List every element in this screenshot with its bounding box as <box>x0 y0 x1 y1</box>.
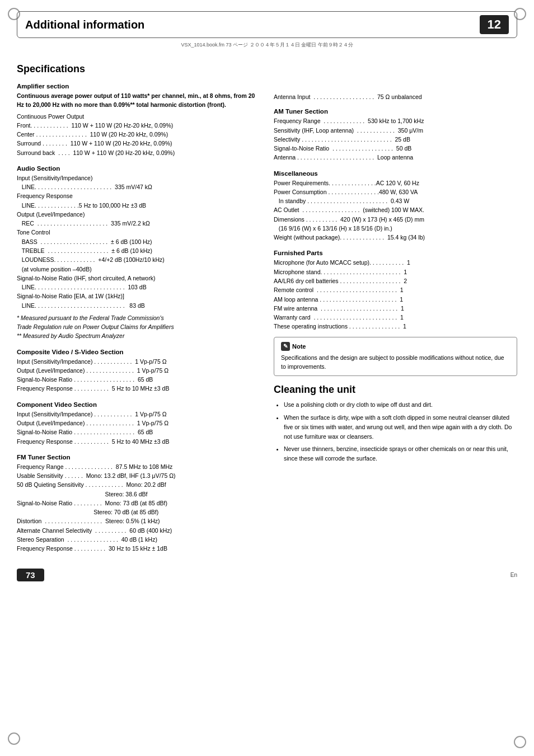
audio-line-1: LINE. . . . . . . . . . . . . . . . . . … <box>17 182 260 191</box>
audio-line-11: Signal-to-Noise Ratio (IHF, short circui… <box>17 274 260 283</box>
corner-br <box>510 732 526 748</box>
chapter-badge: 12 <box>480 15 509 34</box>
fm-line-0: Frequency Range . . . . . . . . . . . . … <box>17 462 260 471</box>
comp-line-2: Signal-to-Noise Ratio . . . . . . . . . … <box>17 375 260 384</box>
furn-line-3: Remote control . . . . . . . . . . . . .… <box>274 285 517 294</box>
antenna-input-line: Antenna Input . . . . . . . . . . . . . … <box>274 92 517 101</box>
audio-heading: Audio Section <box>17 165 260 172</box>
fm-line-1: Usable Sensitivity . . . . . . Mono: 13.… <box>17 471 260 480</box>
cmpnt-line-3: Frequency Response . . . . . . . . . . .… <box>17 437 260 446</box>
col-left: Specifications Amplifier section Continu… <box>17 59 260 553</box>
col-right: Antenna Input . . . . . . . . . . . . . … <box>274 59 517 553</box>
footnote-1: Trade Regulation rule on Power Output Cl… <box>17 322 260 331</box>
audio-line-5: REC . . . . . . . . . . . . . . . . . . … <box>17 219 260 228</box>
component-lines: Input (Sensitivity/Impedance) . . . . . … <box>17 410 260 446</box>
note-box: ✎ Note Specifications and the design are… <box>274 337 517 377</box>
audio-line-4: Output (Level/Impedance) <box>17 210 260 219</box>
furn-line-2: AA/LR6 dry cell batteries . . . . . . . … <box>274 276 517 285</box>
chapter-title: Additional information <box>25 18 144 31</box>
misc-line-0: Power Requirements. . . . . . . . . . . … <box>274 179 517 187</box>
note-title: ✎ Note <box>281 342 510 351</box>
amp-power-4: Surround back . . . . 110 W + 110 W (20 … <box>17 148 260 157</box>
audio-line-9: LOUDNESS. . . . . . . . . . . . . +4/+2 … <box>17 255 260 264</box>
continuous-label: Continuous Power Output <box>17 112 260 121</box>
misc-line-3: AC Outlet . . . . . . . . . . . . . . . … <box>274 205 517 214</box>
furn-line-6: Warranty card . . . . . . . . . . . . . … <box>274 313 517 322</box>
audio-line-12: LINE. . . . . . . . . . . . . . . . . . … <box>17 283 260 292</box>
fm-line-8: Stereo Separation . . . . . . . . . . . … <box>17 535 260 544</box>
fm-line-3: Stereo: 38.6 dBf <box>17 490 260 499</box>
page-number: 73 <box>17 569 44 581</box>
clean-bullet-0: Use a polishing cloth or dry cloth to wi… <box>284 400 517 410</box>
antenna-input-block: Antenna Input . . . . . . . . . . . . . … <box>274 92 517 101</box>
misc-line-6: Weight (without package). . . . . . . . … <box>274 233 517 242</box>
misc-line-2: In standby . . . . . . . . . . . . . . .… <box>274 196 517 205</box>
specs-title: Specifications <box>17 63 260 75</box>
audio-line-8: TREBLE . . . . . . . . . . . . . . . . .… <box>17 246 260 255</box>
fm-line-5: Stereo: 70 dB (at 85 dBf) <box>17 508 260 516</box>
note-icon: ✎ <box>281 342 290 351</box>
furn-line-4: AM loop antenna . . . . . . . . . . . . … <box>274 295 517 304</box>
cmpnt-line-0: Input (Sensitivity/Impedance) . . . . . … <box>17 410 260 419</box>
cmpnt-line-1: Output (Level/Impedance) . . . . . . . .… <box>17 419 260 428</box>
composite-lines: Input (Sensitivity/Impedance) . . . . . … <box>17 357 260 393</box>
furn-line-7: These operating instructions . . . . . .… <box>274 322 517 331</box>
header-bar: Additional information 12 <box>17 11 517 38</box>
misc-line-5: (16 9/16 (W) x 6 13/16 (H) x 18 5/16 (D)… <box>274 224 517 233</box>
furn-line-0: Microphone (for Auto MCACC setup). . . .… <box>274 258 517 267</box>
audio-line-3: LINE. . . . . . . . . . . . . .5 Hz to 1… <box>17 201 260 210</box>
corner-bl <box>8 732 24 748</box>
am-line-0: Frequency Range . . . . . . . . . . . . … <box>274 116 517 125</box>
am-line-3: Signal-to-Noise Ratio . . . . . . . . . … <box>274 144 517 153</box>
note-text: Specifications and the design are subjec… <box>281 353 510 372</box>
am-tuner-heading: AM Tuner Section <box>274 108 517 115</box>
amp-power-1: Front. . . . . . . . . . . . 110 W + 110… <box>17 121 260 130</box>
audio-line-10: (at volume position –40dB) <box>17 265 260 274</box>
furnished-lines: Microphone (for Auto MCACC setup). . . .… <box>274 258 517 331</box>
audio-line-14: LINE. . . . . . . . . . . . . . . . . . … <box>17 301 260 310</box>
furn-line-1: Microphone stand. . . . . . . . . . . . … <box>274 267 517 276</box>
amp-power-3: Surround . . . . . . . . 110 W + 110 W (… <box>17 139 260 148</box>
audio-lines: Input (Sensitivity/Impedance) LINE. . . … <box>17 173 260 310</box>
footer-lang: En <box>510 572 517 578</box>
amplifier-bold-desc: Continuous average power output of 110 w… <box>17 91 260 110</box>
comp-line-1: Output (Level/Impedance) . . . . . . . .… <box>17 366 260 375</box>
component-heading: Component Video Section <box>17 401 260 408</box>
misc-line-1: Power Consumption . . . . . . . . . . . … <box>274 187 517 196</box>
fm-line-2: 50 dB Quieting Sensitivity . . . . . . .… <box>17 480 260 489</box>
main-content: Specifications Amplifier section Continu… <box>17 59 517 553</box>
page: Additional information 12 VSX_1014.book.… <box>0 0 534 756</box>
clean-bullet-2: Never use thinners, benzine, insecticide… <box>284 444 517 463</box>
am-tuner-lines: Frequency Range . . . . . . . . . . . . … <box>274 116 517 162</box>
cleaning-list: Use a polishing cloth or dry cloth to wi… <box>274 400 517 463</box>
fm-tuner-lines: Frequency Range . . . . . . . . . . . . … <box>17 462 260 553</box>
comp-line-3: Frequency Response . . . . . . . . . . .… <box>17 384 260 393</box>
audio-line-6: Tone Control <box>17 228 260 237</box>
furn-line-5: FM wire antenna . . . . . . . . . . . . … <box>274 304 517 313</box>
composite-heading: Composite Video / S-Video Section <box>17 349 260 355</box>
file-info: VSX_1014.book.fm 73 ページ ２００４年５月１４日 金曜日 午… <box>17 41 517 49</box>
furnished-heading: Furnished Parts <box>274 250 517 256</box>
am-line-1: Sensitivity (IHF, Loop antenna) . . . . … <box>274 126 517 135</box>
amplifier-power-lines: Front. . . . . . . . . . . . 110 W + 110… <box>17 121 260 157</box>
misc-lines: Power Requirements. . . . . . . . . . . … <box>274 179 517 242</box>
audio-line-13: Signal-to-Noise Ratio [EIA, at 1W (1kHz)… <box>17 292 260 300</box>
audio-line-2: Frequency Response <box>17 191 260 200</box>
fm-line-9: Frequency Response . . . . . . . . . . 3… <box>17 544 260 553</box>
comp-line-0: Input (Sensitivity/Impedance) . . . . . … <box>17 357 260 366</box>
amp-power-2: Center . . . . . . . . . . . . . . . . 1… <box>17 130 260 139</box>
cmpnt-line-2: Signal-to-Noise Ratio . . . . . . . . . … <box>17 428 260 436</box>
fm-line-6: Distortion . . . . . . . . . . . . . . .… <box>17 516 260 525</box>
misc-heading: Miscellaneous <box>274 170 517 177</box>
audio-footnotes: * Measured pursuant to the Federal Trade… <box>17 313 260 341</box>
fm-tuner-heading: FM Tuner Section <box>17 454 260 461</box>
am-line-2: Selectivity . . . . . . . . . . . . . . … <box>274 135 517 144</box>
misc-line-4: Dimensions . . . . . . . . . . 420 (W) x… <box>274 215 517 224</box>
fm-line-7: Alternate Channel Selectivity . . . . . … <box>17 526 260 535</box>
footnote-2: ** Measured by Audio Spectrum Analyzer <box>17 331 260 340</box>
footnote-0: * Measured pursuant to the Federal Trade… <box>17 313 260 322</box>
footer: 73 En <box>17 564 517 581</box>
cleaning-title: Cleaning the unit <box>274 384 517 396</box>
audio-line-7: BASS . . . . . . . . . . . . . . . . . .… <box>17 237 260 246</box>
audio-line-0: Input (Sensitivity/Impedance) <box>17 173 260 182</box>
